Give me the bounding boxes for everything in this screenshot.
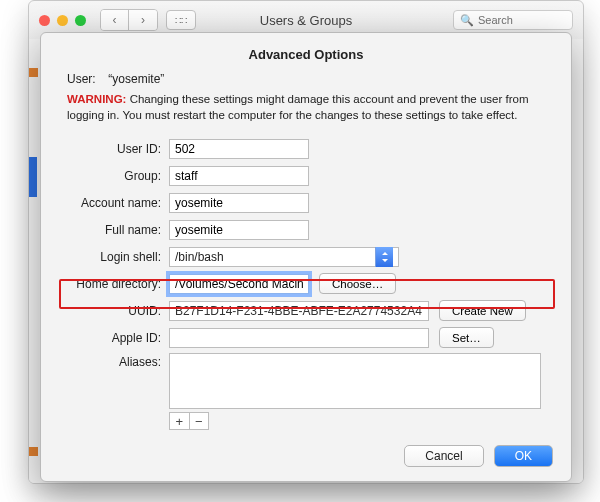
zoom-icon[interactable] — [75, 15, 86, 26]
remove-alias-button[interactable]: − — [190, 413, 209, 429]
sidebar-selection-sliver — [29, 157, 37, 197]
full-name-input[interactable] — [169, 220, 309, 240]
user-label: User: — [67, 72, 105, 86]
aliases-add-remove: + − — [169, 412, 209, 430]
uuid-field: B27F1D14-F231-4BBE-ABFE-E2A2774532A4 — [169, 301, 429, 321]
background-accent-2 — [29, 447, 38, 456]
label-apple-id: Apple ID: — [59, 331, 169, 345]
background-accent-1 — [29, 68, 38, 77]
warning-label: WARNING: — [67, 93, 126, 105]
add-alias-button[interactable]: + — [170, 413, 190, 429]
minimize-icon[interactable] — [57, 15, 68, 26]
label-group: Group: — [59, 169, 169, 183]
nav-buttons: ‹ › — [100, 9, 158, 31]
label-home-dir: Home directory: — [59, 277, 169, 291]
ok-button[interactable]: OK — [494, 445, 553, 467]
account-name-input[interactable] — [169, 193, 309, 213]
show-all-button[interactable]: ∷∷ — [166, 10, 196, 30]
sheet-title: Advanced Options — [41, 33, 571, 72]
label-account-name: Account name: — [59, 196, 169, 210]
warning-block: WARNING: Changing these settings might d… — [41, 92, 571, 135]
login-shell-value: /bin/bash — [175, 250, 224, 264]
create-new-button[interactable]: Create New — [439, 300, 526, 321]
choose-button[interactable]: Choose… — [319, 273, 396, 294]
home-dir-input[interactable] — [169, 274, 309, 294]
label-login-shell: Login shell: — [59, 250, 169, 264]
search-input[interactable] — [478, 14, 558, 26]
label-full-name: Full name: — [59, 223, 169, 237]
login-shell-combo[interactable]: /bin/bash — [169, 247, 399, 267]
user-id-input[interactable] — [169, 139, 309, 159]
forward-button[interactable]: › — [129, 10, 157, 30]
back-button[interactable]: ‹ — [101, 10, 129, 30]
set-button[interactable]: Set… — [439, 327, 494, 348]
close-icon[interactable] — [39, 15, 50, 26]
combo-stepper-icon[interactable] — [375, 247, 393, 267]
warning-text: Changing these settings might damage thi… — [67, 93, 529, 121]
sheet-footer: Cancel OK — [404, 445, 553, 467]
advanced-options-sheet: Advanced Options User: “yosemite” WARNIN… — [40, 32, 572, 482]
user-line: User: “yosemite” — [41, 72, 571, 92]
traffic-lights — [39, 15, 86, 26]
user-value: “yosemite” — [108, 72, 164, 86]
apple-id-field — [169, 328, 429, 348]
group-input[interactable] — [169, 166, 309, 186]
label-uuid: UUID: — [59, 304, 169, 318]
cancel-button[interactable]: Cancel — [404, 445, 483, 467]
search-icon: 🔍 — [460, 14, 474, 27]
aliases-list[interactable] — [169, 353, 541, 409]
label-user-id: User ID: — [59, 142, 169, 156]
label-aliases: Aliases: — [59, 353, 169, 409]
search-field[interactable]: 🔍 — [453, 10, 573, 30]
aliases-row: Aliases: — [59, 353, 553, 409]
